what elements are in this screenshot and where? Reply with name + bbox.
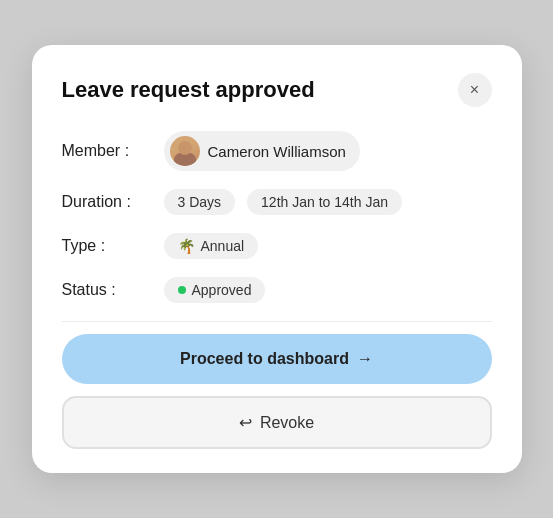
status-chip: Approved [164,277,266,303]
duration-days-tag: 3 Days [164,189,236,215]
type-label: Type : [62,237,152,255]
type-icon: 🌴 [178,238,195,254]
status-value: Approved [192,282,252,298]
revoke-button[interactable]: ↩ Revoke [62,396,492,449]
duration-label: Duration : [62,193,152,211]
type-chip: 🌴 Annual [164,233,259,259]
duration-range-tag: 12th Jan to 14th Jan [247,189,402,215]
avatar [170,136,200,166]
member-label: Member : [62,142,152,160]
modal-overlay: Leave request approved × Member : Camero… [0,0,553,518]
type-value: Annual [201,238,245,254]
divider [62,321,492,322]
member-name: Cameron Williamson [208,143,346,160]
member-row: Member : Cameron Williamson [62,131,492,171]
close-button[interactable]: × [458,73,492,107]
status-label: Status : [62,281,152,299]
member-chip: Cameron Williamson [164,131,360,171]
modal-header: Leave request approved × [62,73,492,107]
type-row: Type : 🌴 Annual [62,233,492,259]
proceed-arrow-icon: → [357,350,373,368]
status-row: Status : Approved [62,277,492,303]
modal-title: Leave request approved [62,77,315,103]
revoke-icon: ↩ [239,413,252,432]
status-dot-icon [178,286,186,294]
proceed-dashboard-button[interactable]: Proceed to dashboard → [62,334,492,384]
duration-row: Duration : 3 Days 12th Jan to 14th Jan [62,189,492,215]
revoke-label: Revoke [260,414,314,432]
modal-container: Leave request approved × Member : Camero… [32,45,522,473]
proceed-label: Proceed to dashboard [180,350,349,368]
